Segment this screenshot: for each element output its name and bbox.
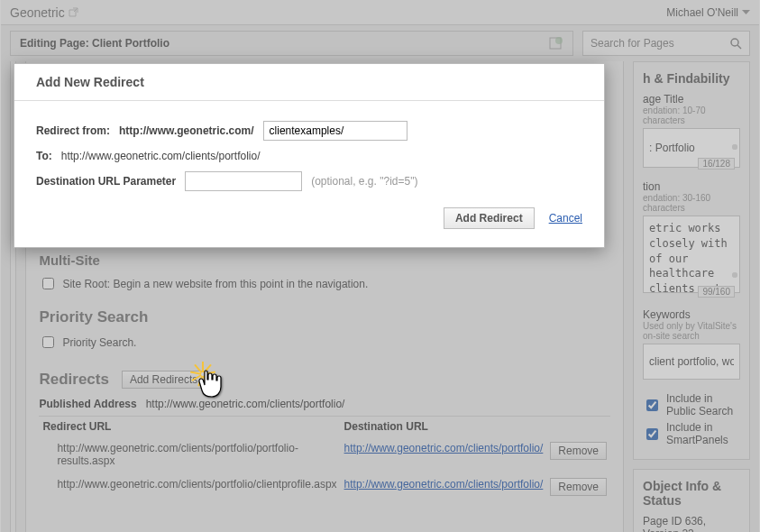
redirect-to-label: To:	[36, 150, 52, 162]
add-redirect-button[interactable]: Add Redirect	[444, 207, 535, 229]
redirect-from-input[interactable]	[263, 121, 407, 141]
url-param-hint: (optional, e.g. "?id=5")	[311, 175, 417, 188]
redirect-from-label: Redirect from:	[36, 124, 110, 137]
cancel-link[interactable]: Cancel	[549, 212, 582, 225]
url-param-label: Destination URL Parameter	[36, 175, 176, 188]
url-param-input[interactable]	[185, 171, 302, 191]
redirect-from-prefix: http://www.geonetric.com/	[119, 124, 254, 137]
redirect-to-value: http://www.geonetric.com/clients/portfol…	[61, 150, 261, 162]
dialog-title: Add New Redirect	[14, 64, 604, 101]
add-redirect-dialog: Add New Redirect Redirect from: http://w…	[14, 63, 605, 248]
